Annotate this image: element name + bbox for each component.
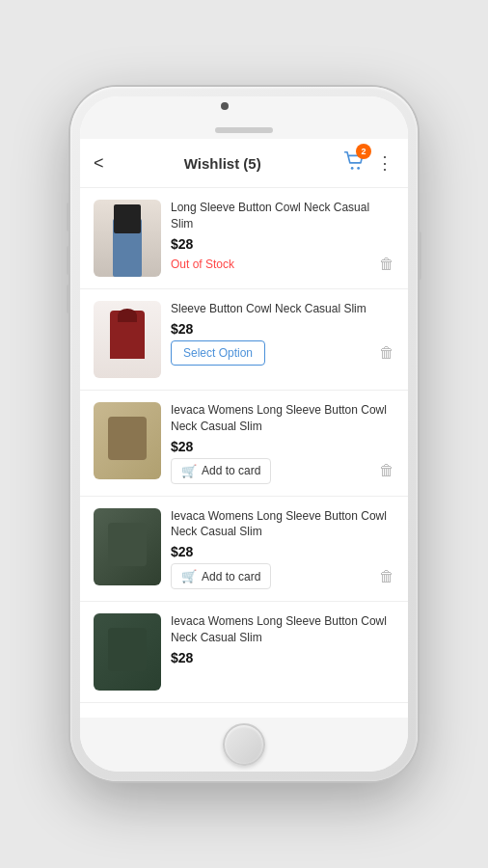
add-to-cart-label: Add to card (202, 464, 260, 477)
cart-badge: 2 (356, 144, 371, 159)
back-button[interactable]: < (94, 153, 104, 174)
page-title: Wishlist (5) (184, 155, 261, 172)
item-action-row: 🛒 Add to card 🗑 (171, 563, 394, 589)
item-price: $28 (171, 236, 394, 252)
list-item: Long Sleeve Button Cowl Neck Casual Slim… (80, 188, 408, 289)
item-price: $28 (171, 321, 394, 337)
camera-dot (221, 102, 229, 110)
svg-point-1 (357, 167, 360, 170)
delete-button[interactable]: 🗑 (379, 256, 394, 273)
add-cart-icon: 🛒 (181, 464, 197, 478)
product-image-3[interactable] (94, 402, 161, 479)
item-name: Long Sleeve Button Cowl Neck Casual Slim (171, 200, 394, 232)
phone-frame: < Wishlist (5) 2 ⋮ (70, 87, 418, 781)
item-name: Ievaca Womens Long Sleeve Button Cowl Ne… (171, 402, 394, 435)
item-name: Ievaca Womens Long Sleeve Button Cowl Ne… (171, 613, 394, 646)
speaker (215, 127, 273, 133)
list-item: Ievaca Womens Long Sleeve Button Cowl Ne… (80, 391, 408, 497)
item-details-5: Ievaca Womens Long Sleeve Button Cowl Ne… (171, 613, 394, 665)
svg-point-0 (351, 167, 354, 170)
header: < Wishlist (5) 2 ⋮ (80, 139, 408, 188)
item-action-row: Select Option 🗑 (171, 340, 394, 366)
item-price: $28 (171, 544, 394, 559)
item-action-row: 🛒 Add to card 🗑 (171, 458, 394, 484)
list-item: Ievaca Womens Long Sleeve Button Cowl Ne… (80, 497, 408, 603)
out-of-stock-label: Out of Stock (171, 258, 234, 271)
delete-button[interactable]: 🗑 (379, 462, 394, 479)
item-action-row: Out of Stock 🗑 (171, 256, 394, 273)
phone-top-notch (80, 96, 408, 139)
product-image-5[interactable] (94, 613, 161, 691)
add-to-cart-label: Add to card (202, 570, 260, 583)
home-button[interactable] (223, 723, 265, 766)
item-price: $28 (171, 650, 394, 665)
item-details-3: Ievaca Womens Long Sleeve Button Cowl Ne… (171, 402, 394, 484)
product-image-1[interactable] (94, 200, 161, 277)
item-price: $28 (171, 439, 394, 454)
delete-button[interactable]: 🗑 (379, 344, 394, 362)
add-cart-icon: 🛒 (181, 569, 197, 583)
app-screen: < Wishlist (5) 2 ⋮ (80, 139, 408, 718)
menu-button[interactable]: ⋮ (376, 152, 394, 174)
select-option-button[interactable]: Select Option (171, 340, 265, 366)
delete-button[interactable]: 🗑 (379, 568, 394, 585)
product-image-2[interactable] (94, 301, 161, 378)
phone-inner: < Wishlist (5) 2 ⋮ (80, 96, 408, 772)
add-to-cart-button[interactable]: 🛒 Add to card (171, 458, 271, 484)
item-details-2: Sleeve Button Cowl Neck Casual Slim $28 … (171, 301, 394, 366)
phone-bottom (80, 718, 408, 772)
item-name: Sleeve Button Cowl Neck Casual Slim (171, 301, 394, 317)
item-details-1: Long Sleeve Button Cowl Neck Casual Slim… (171, 200, 394, 273)
header-actions: 2 ⋮ (341, 149, 394, 177)
add-to-cart-button[interactable]: 🛒 Add to card (171, 563, 271, 589)
list-item: Ievaca Womens Long Sleeve Button Cowl Ne… (80, 602, 408, 703)
item-name: Ievaca Womens Long Sleeve Button Cowl Ne… (171, 508, 394, 541)
item-details-4: Ievaca Womens Long Sleeve Button Cowl Ne… (171, 508, 394, 590)
cart-button[interactable]: 2 (341, 149, 366, 177)
wishlist-items: Long Sleeve Button Cowl Neck Casual Slim… (80, 188, 408, 718)
product-image-4[interactable] (94, 508, 161, 585)
list-item: Sleeve Button Cowl Neck Casual Slim $28 … (80, 289, 408, 391)
